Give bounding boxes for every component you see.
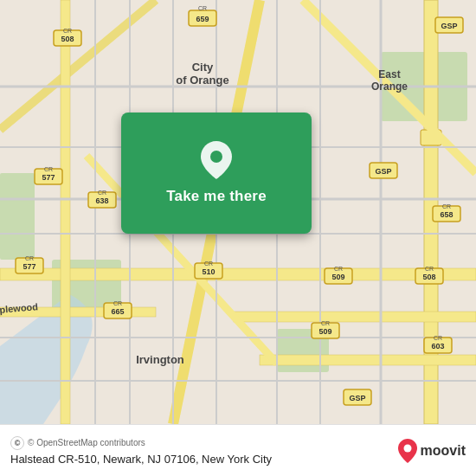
copyright-text: © OpenStreetMap contributors — [28, 438, 145, 447]
moovit-text: moovit — [421, 443, 466, 459]
bottom-bar: © © OpenStreetMap contributors Halstead … — [0, 424, 476, 476]
map-container[interactable]: 659 CR 508 CR GSP 577 CR 638 CR GSP 658 … — [0, 0, 476, 424]
svg-text:CR: CR — [334, 266, 343, 272]
svg-text:CR: CR — [198, 5, 207, 11]
svg-text:GSP: GSP — [349, 394, 365, 402]
svg-text:Orange: Orange — [371, 80, 408, 93]
copyright-row: © © OpenStreetMap contributors — [10, 436, 398, 450]
svg-point-74 — [210, 151, 222, 163]
moovit-pin-icon — [398, 439, 417, 463]
svg-point-75 — [403, 444, 411, 452]
svg-text:509: 509 — [331, 273, 344, 281]
svg-text:CR: CR — [204, 261, 213, 267]
svg-text:603: 603 — [431, 342, 444, 351]
svg-text:CR: CR — [63, 28, 72, 34]
svg-text:East: East — [378, 68, 400, 80]
svg-text:508: 508 — [422, 273, 435, 281]
svg-text:CR: CR — [425, 266, 434, 272]
svg-rect-10 — [260, 355, 476, 365]
svg-text:CR: CR — [98, 190, 106, 196]
svg-text:CR: CR — [44, 166, 53, 172]
svg-text:665: 665 — [111, 307, 124, 316]
svg-rect-12 — [61, 0, 70, 424]
svg-text:658: 658 — [440, 210, 453, 219]
svg-text:CR: CR — [434, 335, 442, 341]
svg-text:508: 508 — [61, 35, 74, 43]
take-me-there-label: Take me there — [166, 188, 267, 205]
address-text: Halstead CR-510, Newark, NJ 07106, New Y… — [10, 453, 398, 466]
bottom-left: © © OpenStreetMap contributors Halstead … — [10, 436, 398, 466]
svg-text:CR: CR — [321, 320, 330, 326]
moovit-logo: moovit — [398, 439, 466, 463]
svg-text:City: City — [192, 61, 214, 74]
svg-text:GSP: GSP — [441, 22, 457, 30]
svg-text:CR: CR — [113, 300, 122, 306]
take-me-there-card[interactable]: Take me there — [121, 113, 312, 234]
svg-text:GSP: GSP — [375, 167, 391, 176]
svg-text:Irvington: Irvington — [136, 353, 184, 366]
svg-rect-9 — [234, 312, 476, 322]
svg-text:577: 577 — [42, 173, 55, 182]
svg-rect-8 — [0, 268, 476, 280]
svg-text:CR: CR — [442, 203, 451, 209]
svg-text:509: 509 — [318, 327, 331, 336]
svg-rect-5 — [0, 173, 35, 260]
svg-text:659: 659 — [196, 15, 209, 23]
openstreetmap-logo: © — [10, 436, 24, 450]
svg-text:638: 638 — [95, 196, 108, 205]
svg-text:577: 577 — [23, 262, 35, 271]
svg-text:CR: CR — [25, 255, 34, 261]
svg-text:of Orange: of Orange — [176, 74, 228, 87]
map-pin-icon — [201, 141, 232, 179]
svg-text:510: 510 — [202, 267, 215, 276]
